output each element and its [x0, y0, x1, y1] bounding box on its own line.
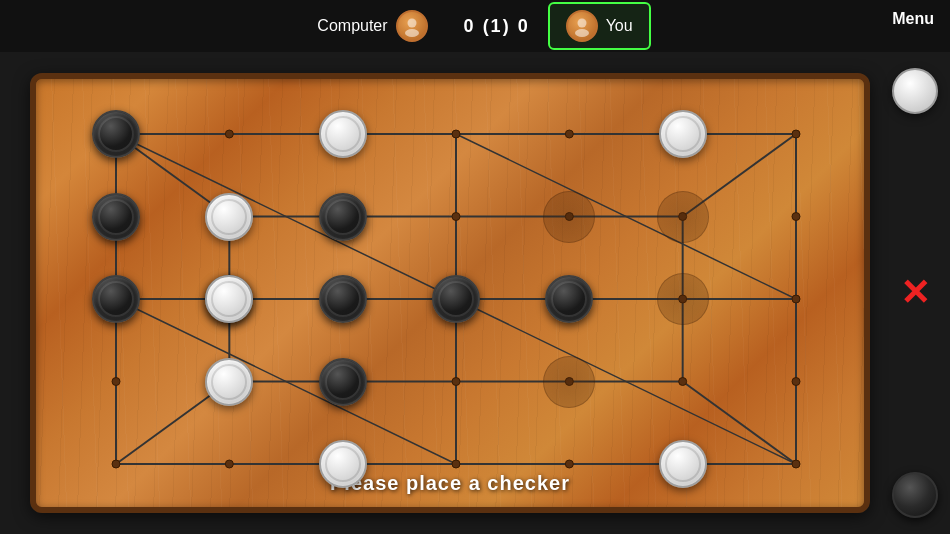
score-right: 0 [518, 16, 530, 36]
you-label: You [606, 17, 633, 35]
white-piece-4[interactable] [319, 440, 367, 488]
side-piece-white [892, 68, 938, 114]
svg-point-20 [112, 460, 120, 468]
right-panel: ✕ [880, 52, 950, 534]
black-piece-1[interactable] [92, 193, 140, 241]
board-container: Please place a checker [20, 52, 880, 534]
black-piece-0[interactable] [92, 110, 140, 158]
side-piece-dark [892, 472, 938, 518]
black-piece-4[interactable] [319, 275, 367, 323]
white-piece-2[interactable] [319, 110, 367, 158]
computer-label: Computer [317, 17, 387, 35]
x-icon: ✕ [900, 275, 930, 311]
computer-player-info: Computer [299, 2, 445, 50]
svg-point-0 [407, 19, 416, 28]
white-piece-3[interactable] [205, 358, 253, 406]
score-middle: (1) [483, 16, 511, 36]
white-piece-1[interactable] [205, 275, 253, 323]
svg-point-47 [792, 213, 800, 221]
svg-point-31 [452, 130, 460, 138]
score-display: 0 (1) 0 [464, 16, 530, 37]
you-player-info: You [548, 2, 651, 50]
svg-point-32 [452, 213, 460, 221]
svg-point-36 [565, 130, 573, 138]
ghost-piece-2 [543, 356, 595, 408]
ghost-piece-1 [657, 191, 709, 243]
svg-point-35 [452, 460, 460, 468]
computer-avatar [396, 10, 428, 42]
svg-point-1 [405, 29, 419, 37]
black-piece-5[interactable] [319, 358, 367, 406]
svg-point-40 [565, 460, 573, 468]
white-piece-6[interactable] [659, 440, 707, 488]
white-piece-0[interactable] [205, 193, 253, 241]
svg-point-2 [577, 19, 586, 28]
svg-point-44 [679, 378, 687, 386]
black-piece-2[interactable] [92, 275, 140, 323]
svg-point-3 [575, 29, 589, 37]
svg-point-34 [452, 378, 460, 386]
you-avatar [566, 10, 598, 42]
black-piece-6[interactable] [432, 275, 480, 323]
status-message: Please place a checker [36, 472, 864, 495]
ghost-piece-3 [657, 273, 709, 325]
cancel-button[interactable]: ✕ [892, 270, 938, 316]
svg-point-46 [792, 130, 800, 138]
svg-point-19 [112, 378, 120, 386]
white-piece-5[interactable] [659, 110, 707, 158]
svg-point-49 [792, 378, 800, 386]
svg-point-25 [225, 460, 233, 468]
score-left: 0 [464, 16, 476, 36]
header-bar: Computer 0 (1) 0 You Menu [0, 0, 950, 52]
ghost-piece-0 [543, 191, 595, 243]
black-piece-8[interactable] [545, 275, 593, 323]
menu-button[interactable]: Menu [892, 10, 934, 28]
svg-point-50 [792, 460, 800, 468]
svg-point-48 [792, 295, 800, 303]
black-piece-7[interactable] [319, 193, 367, 241]
svg-point-21 [225, 130, 233, 138]
game-board[interactable]: Please place a checker [30, 73, 870, 513]
